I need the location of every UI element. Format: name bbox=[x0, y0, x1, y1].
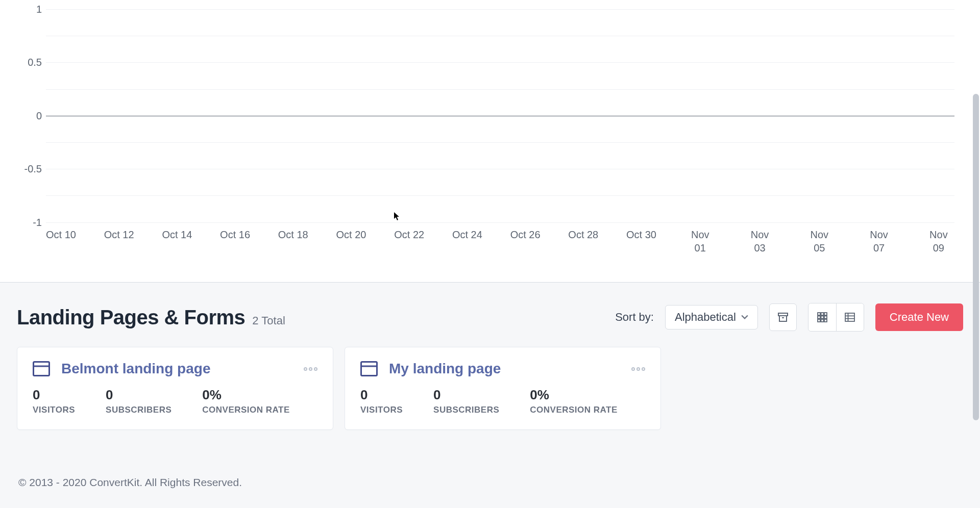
stat-subscribers: 0 SUBSCRIBERS bbox=[433, 387, 499, 415]
x-tick-label: Oct 26 bbox=[510, 228, 541, 257]
gridline: 1 bbox=[46, 9, 954, 10]
cards-grid: Belmont landing page 0 VISITORS 0 SUBSCR… bbox=[17, 347, 963, 430]
gridline: -1 bbox=[46, 222, 954, 223]
x-tick-label: Oct 22 bbox=[394, 228, 424, 257]
y-tick-label: 1 bbox=[36, 4, 42, 15]
page-icon bbox=[360, 361, 378, 376]
stat-conversion-rate: 0% CONVERSION RATE bbox=[202, 387, 290, 415]
page-root: 1 0.5 0 -0.5 -1 Oct 1 bbox=[0, 0, 980, 508]
x-tick-label: Nov 07 bbox=[863, 228, 895, 257]
section-title-block: Landing Pages & Forms 2 Total bbox=[17, 306, 285, 329]
y-tick-label: -0.5 bbox=[24, 163, 42, 175]
svg-rect-4 bbox=[821, 313, 823, 315]
sort-by-label: Sort by: bbox=[615, 311, 654, 324]
x-tick-label: Nov 05 bbox=[803, 228, 835, 257]
dot-icon bbox=[631, 367, 635, 371]
svg-rect-18 bbox=[361, 362, 377, 376]
zero-line: 0 bbox=[46, 116, 954, 116]
x-tick-label: Oct 18 bbox=[278, 228, 308, 257]
card-header-left: My landing page bbox=[360, 361, 501, 377]
sort-select[interactable]: Alphabetical bbox=[665, 305, 758, 329]
sort-select-value: Alphabetical bbox=[675, 311, 736, 324]
controls: Sort by: Alphabetical bbox=[615, 303, 963, 332]
footer-copyright: © 2013 - 2020 ConvertKit. All Rights Res… bbox=[18, 476, 242, 489]
svg-rect-5 bbox=[824, 313, 827, 315]
scrollbar-track[interactable] bbox=[971, 0, 979, 508]
chevron-down-icon bbox=[741, 314, 748, 321]
x-tick-label: Oct 30 bbox=[626, 228, 656, 257]
gridline-minor bbox=[46, 195, 954, 196]
stat-label: VISITORS bbox=[33, 405, 75, 415]
stat-visitors: 0 VISITORS bbox=[360, 387, 403, 415]
stat-label: SUBSCRIBERS bbox=[106, 405, 172, 415]
gridline-minor bbox=[46, 36, 954, 36]
list-view-button[interactable] bbox=[836, 303, 864, 331]
svg-rect-6 bbox=[818, 316, 820, 319]
x-tick-label: Oct 14 bbox=[162, 228, 192, 257]
stat-value: 0% bbox=[530, 387, 618, 403]
x-tick-label: Oct 24 bbox=[452, 228, 482, 257]
card-title-link[interactable]: Belmont landing page bbox=[61, 361, 210, 377]
x-tick-label: Nov 09 bbox=[923, 228, 954, 257]
x-tick-label: Oct 12 bbox=[104, 228, 134, 257]
y-tick-label: 0 bbox=[36, 110, 42, 121]
svg-rect-16 bbox=[34, 362, 50, 376]
card-header: My landing page bbox=[360, 361, 645, 377]
stat-label: VISITORS bbox=[360, 405, 403, 415]
dot-icon bbox=[642, 367, 645, 371]
landing-page-card: Belmont landing page 0 VISITORS 0 SUBSCR… bbox=[17, 347, 333, 430]
svg-rect-10 bbox=[821, 319, 823, 322]
archive-button[interactable] bbox=[769, 303, 797, 331]
archive-icon bbox=[777, 311, 789, 323]
chart-plot: 1 0.5 0 -0.5 -1 bbox=[46, 3, 954, 224]
x-tick-label: Oct 28 bbox=[568, 228, 598, 257]
stat-value: 0 bbox=[106, 387, 172, 403]
section-header: Landing Pages & Forms 2 Total Sort by: A… bbox=[17, 301, 963, 334]
dot-icon bbox=[309, 367, 312, 371]
landing-page-card: My landing page 0 VISITORS 0 SUBSCRIBERS bbox=[345, 347, 661, 430]
card-stats: 0 VISITORS 0 SUBSCRIBERS 0% CONVERSION R… bbox=[360, 387, 645, 415]
section-title: Landing Pages & Forms bbox=[17, 306, 245, 329]
x-tick-label: Nov 03 bbox=[744, 228, 776, 257]
create-new-button[interactable]: Create New bbox=[875, 303, 963, 331]
x-axis-labels: Oct 10 Oct 12 Oct 14 Oct 16 Oct 18 Oct 2… bbox=[46, 228, 954, 257]
grid-view-button[interactable] bbox=[808, 303, 836, 331]
card-header: Belmont landing page bbox=[33, 361, 317, 377]
y-tick-label: -1 bbox=[33, 216, 42, 228]
stat-label: CONVERSION RATE bbox=[202, 405, 290, 415]
stat-value: 0 bbox=[33, 387, 75, 403]
dot-icon bbox=[636, 367, 640, 371]
grid-icon bbox=[817, 312, 828, 323]
svg-rect-11 bbox=[824, 319, 827, 322]
chart-inner: 1 0.5 0 -0.5 -1 Oct 1 bbox=[20, 0, 965, 257]
card-stats: 0 VISITORS 0 SUBSCRIBERS 0% CONVERSION R… bbox=[33, 387, 317, 415]
card-more-button[interactable] bbox=[304, 367, 317, 371]
svg-rect-3 bbox=[818, 313, 820, 315]
gridline: -0.5 bbox=[46, 169, 954, 169]
svg-rect-9 bbox=[818, 319, 820, 322]
x-tick-label: Oct 16 bbox=[220, 228, 250, 257]
x-tick-label: Nov 01 bbox=[684, 228, 716, 257]
y-tick-label: 0.5 bbox=[28, 57, 42, 68]
card-header-left: Belmont landing page bbox=[33, 361, 210, 377]
stat-label: CONVERSION RATE bbox=[530, 405, 618, 415]
stat-conversion-rate: 0% CONVERSION RATE bbox=[530, 387, 618, 415]
card-title-link[interactable]: My landing page bbox=[389, 361, 501, 377]
stat-visitors: 0 VISITORS bbox=[33, 387, 75, 415]
chart-region: 1 0.5 0 -0.5 -1 Oct 1 bbox=[0, 0, 980, 283]
svg-rect-12 bbox=[845, 313, 854, 321]
stat-value: 0% bbox=[202, 387, 290, 403]
svg-rect-1 bbox=[779, 316, 787, 321]
stat-value: 0 bbox=[433, 387, 499, 403]
x-tick-label: Oct 20 bbox=[336, 228, 366, 257]
gridline-minor bbox=[46, 89, 954, 90]
page-icon bbox=[33, 361, 50, 376]
dot-icon bbox=[304, 367, 307, 371]
card-more-button[interactable] bbox=[631, 367, 645, 371]
stat-label: SUBSCRIBERS bbox=[433, 405, 499, 415]
dot-icon bbox=[314, 367, 317, 371]
scrollbar-thumb[interactable] bbox=[973, 94, 979, 420]
list-icon bbox=[844, 312, 855, 323]
gridline: 0.5 bbox=[46, 62, 954, 63]
section-total: 2 Total bbox=[252, 314, 285, 327]
